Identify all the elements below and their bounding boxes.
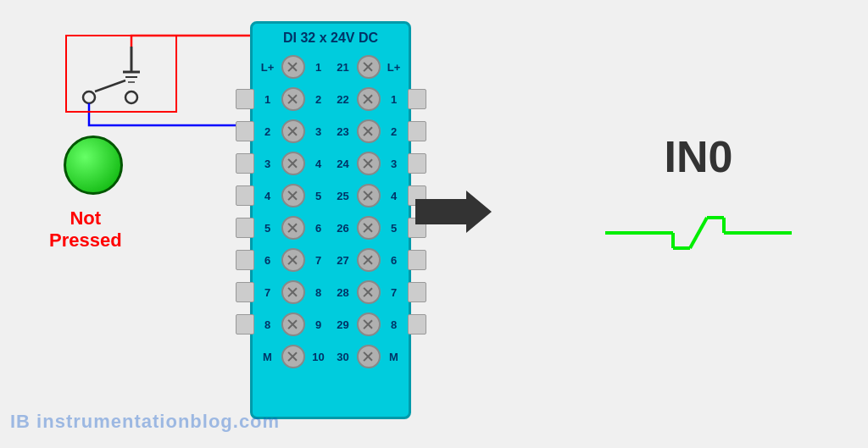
- main-container: NotPressed DI 32 x 24V DC L+ 1 21 L+ 1 2…: [0, 0, 868, 448]
- row-right-num: 23: [332, 125, 354, 138]
- side-connector: [408, 153, 426, 174]
- row-right-label: 8: [383, 318, 405, 331]
- row-left-num: 7: [308, 254, 330, 267]
- side-connector: [236, 121, 254, 141]
- in0-text: IN0: [605, 131, 792, 182]
- svg-point-5: [125, 91, 137, 103]
- svg-line-6: [95, 80, 125, 91]
- row-left-num: 9: [308, 318, 330, 331]
- terminal-screw: [281, 280, 305, 304]
- terminal-screw: [357, 184, 381, 207]
- side-connector: [408, 282, 426, 302]
- side-connector: [408, 314, 426, 335]
- terminal-screw: [357, 345, 381, 368]
- row-left-label: 7: [257, 286, 279, 299]
- row-left-num: 1: [308, 61, 330, 74]
- terminal-screw: [357, 248, 381, 272]
- row-right-num: 27: [332, 254, 354, 267]
- row-left-label: M: [257, 351, 279, 363]
- row-left-num: 4: [308, 158, 330, 170]
- svg-rect-7: [66, 36, 176, 112]
- svg-marker-8: [415, 191, 492, 233]
- di-module: DI 32 x 24V DC L+ 1 21 L+ 1 2 22 1: [250, 21, 411, 419]
- row-right-label: 3: [383, 158, 405, 170]
- di-row: 8 9 29 8: [256, 308, 405, 340]
- side-connector: [236, 218, 254, 238]
- row-right-num: 25: [332, 190, 354, 202]
- side-connector: [236, 282, 254, 302]
- side-connector: [236, 250, 254, 270]
- row-right-num: 30: [332, 351, 354, 363]
- di-row: 1 2 22 1: [256, 83, 405, 115]
- terminal-screw: [281, 345, 305, 368]
- row-right-label: 2: [383, 125, 405, 138]
- side-connector: [408, 250, 426, 270]
- waveform-icon: [605, 199, 792, 258]
- side-connector: [408, 121, 426, 141]
- row-left-label: L+: [257, 61, 279, 74]
- side-connector: [236, 314, 254, 335]
- row-left-label: 5: [257, 222, 279, 235]
- row-right-label: M: [383, 351, 405, 363]
- module-rows: L+ 1 21 L+ 1 2 22 1 2: [253, 51, 409, 373]
- row-right-num: 22: [332, 93, 354, 106]
- row-right-label: 6: [383, 254, 405, 267]
- row-right-label: 4: [383, 190, 405, 202]
- row-right-label: 5: [383, 222, 405, 235]
- terminal-screw: [281, 55, 305, 79]
- side-connector: [236, 185, 254, 206]
- terminal-screw: [357, 119, 381, 143]
- row-left-num: 2: [308, 93, 330, 106]
- svg-line-12: [690, 218, 707, 248]
- side-connector: [408, 89, 426, 109]
- row-right-label: L+: [383, 61, 405, 74]
- status-indicator: [64, 136, 123, 195]
- terminal-screw: [357, 152, 381, 175]
- di-row: 3 4 24 3: [256, 147, 405, 180]
- terminal-screw: [357, 55, 381, 79]
- side-connector: [236, 89, 254, 109]
- row-left-num: 10: [308, 351, 330, 363]
- di-row: 2 3 23 2: [256, 115, 405, 147]
- terminal-screw: [357, 216, 381, 240]
- terminal-screw: [281, 87, 305, 111]
- row-right-num: 28: [332, 286, 354, 299]
- terminal-screw: [357, 87, 381, 111]
- terminal-screw: [281, 152, 305, 175]
- side-connector: [236, 153, 254, 174]
- row-left-num: 8: [308, 286, 330, 299]
- terminal-screw: [281, 248, 305, 272]
- row-left-label: 8: [257, 318, 279, 331]
- di-row: 6 7 27 6: [256, 244, 405, 276]
- row-right-label: 7: [383, 286, 405, 299]
- row-left-num: 5: [308, 190, 330, 202]
- row-left-label: 3: [257, 158, 279, 170]
- row-left-label: 4: [257, 190, 279, 202]
- module-title: DI 32 x 24V DC: [253, 24, 409, 51]
- di-row: 5 6 26 5: [256, 212, 405, 244]
- terminal-screw: [357, 312, 381, 336]
- row-right-num: 29: [332, 318, 354, 331]
- di-row: 7 8 28 7: [256, 276, 405, 308]
- row-right-num: 21: [332, 61, 354, 74]
- row-right-num: 26: [332, 222, 354, 235]
- terminal-screw: [357, 280, 381, 304]
- svg-point-4: [83, 91, 95, 103]
- row-right-label: 1: [383, 93, 405, 106]
- watermark: IB instrumentationblog.com: [10, 411, 280, 433]
- row-left-num: 3: [308, 125, 330, 138]
- output-label: IN0: [605, 131, 792, 262]
- row-left-num: 6: [308, 222, 330, 235]
- status-label: NotPressed: [49, 207, 122, 252]
- di-row: M 10 30 M: [256, 340, 405, 373]
- arrow-icon: [415, 186, 492, 237]
- terminal-screw: [281, 119, 305, 143]
- di-row: 4 5 25 4: [256, 180, 405, 212]
- di-row: L+ 1 21 L+: [256, 51, 405, 83]
- terminal-screw: [281, 312, 305, 336]
- terminal-screw: [281, 216, 305, 240]
- row-left-label: 2: [257, 125, 279, 138]
- terminal-screw: [281, 184, 305, 207]
- row-left-label: 1: [257, 93, 279, 106]
- row-right-num: 24: [332, 158, 354, 170]
